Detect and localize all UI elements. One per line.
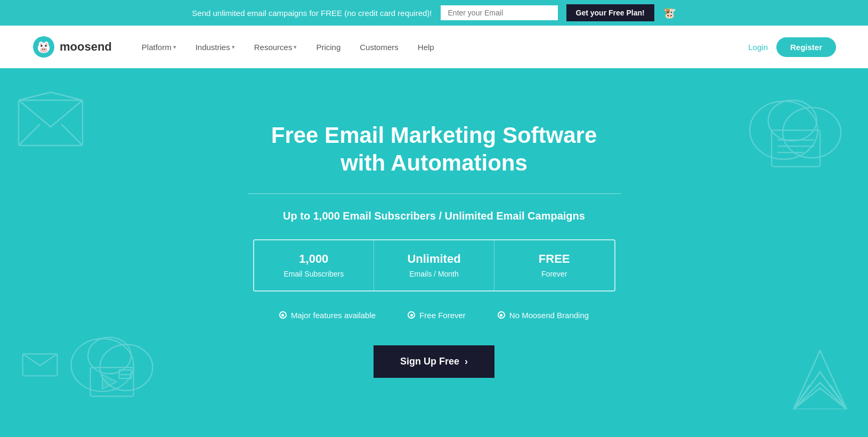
logo-text: moosend <box>60 40 112 54</box>
feature-major: Major features available <box>279 311 376 320</box>
banner-text: Send unlimited email campaigns for FREE … <box>192 9 432 18</box>
stat-price: FREE Forever <box>494 240 614 290</box>
stat-emails: Unlimited Emails / Month <box>374 240 494 290</box>
hero-title: Free Email Marketing Software with Autom… <box>248 122 621 177</box>
deco-envelope-bottom-right-icon <box>788 340 852 409</box>
feature-branding-label: No Moosend Branding <box>509 311 589 320</box>
svg-point-4 <box>44 49 45 50</box>
deco-cloud-bottom-left-icon <box>64 322 160 399</box>
stats-box: 1,000 Email Subscribers Unlimited Emails… <box>253 239 615 292</box>
signup-button-arrow: › <box>465 356 468 367</box>
stat-subscribers-value: 1,000 <box>275 252 353 266</box>
nav-links: Platform ▾ Industries ▾ Resources ▾ Pric… <box>133 37 748 57</box>
svg-rect-26 <box>772 130 820 166</box>
nav-item-help[interactable]: Help <box>409 37 443 57</box>
industries-dropdown-arrow: ▾ <box>232 44 235 51</box>
svg-point-17 <box>88 337 131 374</box>
stat-price-label: Forever <box>541 270 567 278</box>
feature-branding-dot <box>498 311 505 319</box>
deco-envelope-top-left-icon <box>16 90 85 148</box>
svg-line-14 <box>61 124 83 145</box>
hero-subtitle: Up to 1,000 Email Subscribers / Unlimite… <box>283 210 585 222</box>
deco-cloud-top-right-icon <box>740 84 847 172</box>
hero-section: Free Email Marketing Software with Autom… <box>0 68 868 437</box>
login-link[interactable]: Login <box>748 43 768 52</box>
signup-button[interactable]: Sign Up Free › <box>374 345 494 378</box>
deco-mail-bottom-left-icon <box>21 347 59 377</box>
stat-price-value: FREE <box>516 252 593 266</box>
logo-icon <box>32 35 55 59</box>
svg-point-2 <box>40 47 47 53</box>
nav-item-industries[interactable]: Industries ▾ <box>187 37 244 57</box>
feature-branding: No Moosend Branding <box>498 311 589 320</box>
stat-subscribers: 1,000 Email Subscribers <box>254 240 375 290</box>
svg-rect-12 <box>19 100 83 145</box>
nav-item-platform[interactable]: Platform ▾ <box>133 37 185 57</box>
nav-item-resources[interactable]: Resources ▾ <box>246 37 306 57</box>
banner-mascot-icon: 🐮 <box>663 6 676 19</box>
navbar: moosend Platform ▾ Industries ▾ Resource… <box>0 26 868 68</box>
hero-divider <box>248 193 621 194</box>
feature-major-dot <box>279 311 287 319</box>
feature-free-label: Free Forever <box>419 311 466 320</box>
feature-free: Free Forever <box>408 311 466 320</box>
register-button[interactable]: Register <box>776 37 836 57</box>
signup-button-label: Sign Up Free <box>400 356 459 367</box>
platform-dropdown-arrow: ▾ <box>173 44 176 51</box>
logo-link[interactable]: moosend <box>32 35 112 59</box>
nav-right: Login Register <box>748 37 836 57</box>
top-banner: Send unlimited email campaigns for FREE … <box>0 0 868 26</box>
nav-item-customers[interactable]: Customers <box>351 37 407 57</box>
features-row: Major features available Free Forever No… <box>279 311 589 320</box>
stat-emails-value: Unlimited <box>395 252 473 266</box>
banner-cta-button[interactable]: Get your Free Plan! <box>566 4 654 21</box>
stat-subscribers-label: Email Subscribers <box>283 270 344 278</box>
svg-point-25 <box>768 100 817 141</box>
stat-emails-label: Emails / Month <box>409 270 459 278</box>
svg-point-3 <box>42 49 43 50</box>
svg-point-9 <box>40 45 43 47</box>
banner-email-input[interactable] <box>441 5 558 20</box>
svg-point-10 <box>45 45 47 47</box>
resources-dropdown-arrow: ▾ <box>294 44 297 51</box>
feature-free-dot <box>408 311 415 319</box>
svg-line-13 <box>19 124 40 145</box>
nav-item-pricing[interactable]: Pricing <box>307 37 349 57</box>
feature-major-label: Major features available <box>291 311 376 320</box>
svg-marker-19 <box>102 375 117 389</box>
